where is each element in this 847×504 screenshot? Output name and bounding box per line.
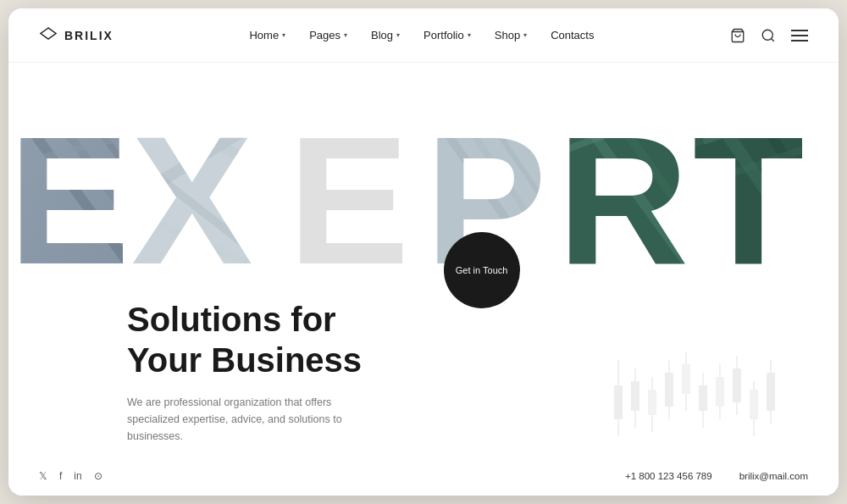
svg-rect-61 bbox=[750, 390, 758, 419]
svg-text:T: T bbox=[693, 98, 804, 285]
hamburger-icon bbox=[791, 29, 808, 42]
contact-email: brilix@mail.com bbox=[739, 471, 808, 481]
svg-rect-42 bbox=[551, 98, 728, 285]
svg-rect-49 bbox=[648, 390, 656, 415]
expert-background-text: E X P R T E bbox=[8, 98, 839, 285]
chevron-down-icon: ▾ bbox=[282, 31, 285, 39]
svg-text:E: E bbox=[8, 98, 130, 285]
contact-phone: +1 800 123 456 789 bbox=[625, 471, 712, 481]
twitter-icon[interactable]: 𝕏 bbox=[39, 470, 47, 482]
chevron-down-icon: ▾ bbox=[468, 31, 471, 39]
brand-name: BRILIX bbox=[64, 29, 113, 42]
svg-text:E: E bbox=[288, 98, 409, 285]
hero-content: Solutions for Your Business We are profe… bbox=[127, 299, 362, 445]
svg-point-1 bbox=[762, 30, 772, 40]
nav-item-portfolio[interactable]: Portfolio ▾ bbox=[424, 29, 471, 42]
nav-links: Home ▾ Pages ▾ Blog ▾ Portfolio ▾ Shop ▾… bbox=[249, 29, 594, 42]
nav-item-contacts[interactable]: Contacts bbox=[551, 29, 594, 42]
facebook-icon[interactable]: f bbox=[59, 470, 62, 482]
svg-rect-53 bbox=[682, 364, 690, 394]
svg-rect-57 bbox=[716, 377, 724, 407]
svg-rect-63 bbox=[767, 373, 775, 411]
hero-footer: 𝕏 f in ⊙ +1 800 123 456 789 brilix@mail.… bbox=[8, 470, 839, 496]
search-icon bbox=[761, 28, 776, 43]
instagram-icon[interactable]: ⊙ bbox=[94, 470, 102, 482]
social-icons: 𝕏 f in ⊙ bbox=[39, 470, 102, 482]
logo-area: BRILIX bbox=[39, 26, 113, 45]
chevron-down-icon: ▾ bbox=[344, 31, 347, 39]
svg-line-2 bbox=[771, 38, 773, 41]
search-button[interactable] bbox=[761, 28, 776, 43]
menu-button[interactable] bbox=[791, 29, 808, 42]
browser-window: BRILIX Home ▾ Pages ▾ Blog ▾ Portfolio ▾… bbox=[8, 8, 839, 496]
nav-item-shop[interactable]: Shop ▾ bbox=[495, 29, 527, 42]
svg-rect-38 bbox=[8, 98, 169, 285]
svg-rect-55 bbox=[699, 385, 707, 411]
chart-decoration bbox=[601, 335, 788, 453]
cart-icon bbox=[730, 28, 745, 43]
svg-rect-45 bbox=[614, 385, 623, 419]
nav-actions bbox=[730, 28, 808, 43]
hero-headline: Solutions for Your Business bbox=[127, 299, 362, 380]
nav-item-blog[interactable]: Blog ▾ bbox=[371, 29, 400, 42]
svg-rect-51 bbox=[665, 373, 673, 407]
navbar: BRILIX Home ▾ Pages ▾ Blog ▾ Portfolio ▾… bbox=[8, 8, 839, 63]
get-in-touch-button[interactable]: Get in Touch bbox=[444, 232, 520, 308]
svg-text:X: X bbox=[131, 98, 252, 285]
nav-item-home[interactable]: Home ▾ bbox=[249, 29, 285, 42]
chevron-down-icon: ▾ bbox=[523, 31, 527, 39]
logo-icon bbox=[39, 26, 58, 45]
svg-text:R: R bbox=[557, 98, 689, 285]
nav-item-pages[interactable]: Pages ▾ bbox=[309, 29, 347, 42]
svg-rect-43 bbox=[686, 98, 839, 285]
chevron-down-icon: ▾ bbox=[396, 31, 400, 39]
svg-rect-39 bbox=[93, 98, 296, 285]
cart-button[interactable] bbox=[730, 28, 745, 43]
svg-rect-59 bbox=[733, 368, 741, 402]
hero-section: E X P R T E bbox=[8, 63, 839, 496]
linkedin-icon[interactable]: in bbox=[74, 470, 81, 482]
contact-info: +1 800 123 456 789 brilix@mail.com bbox=[625, 471, 808, 481]
hero-subtext: We are professional organization that of… bbox=[127, 394, 347, 445]
svg-rect-47 bbox=[631, 381, 639, 411]
